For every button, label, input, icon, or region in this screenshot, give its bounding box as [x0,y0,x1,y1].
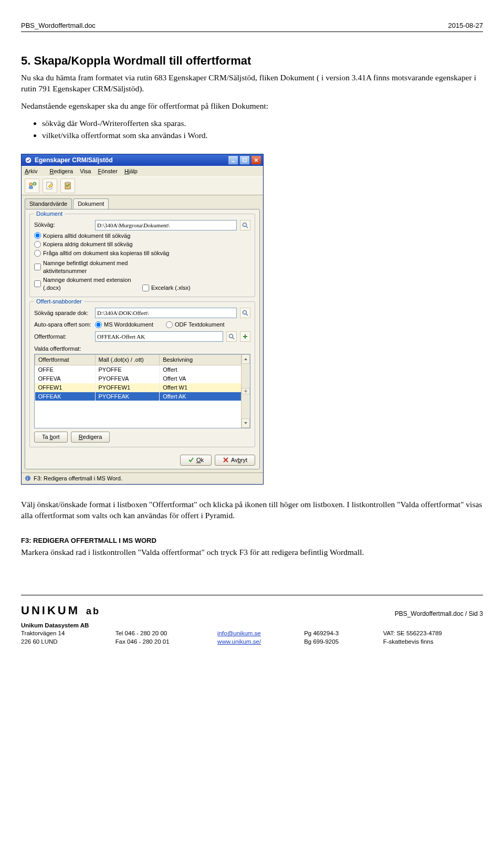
scrollbar[interactable] [241,354,250,428]
button-ok[interactable]: Ok [180,455,212,466]
th-offertformat[interactable]: Offertformat [35,355,96,365]
th-beskrivning[interactable]: Beskrivning [160,355,250,365]
footer-fax: Fax 046 - 280 20 01 [116,638,215,646]
svg-point-10 [243,223,247,226]
footer-addr2: 226 60 LUND [21,638,113,646]
footer-company: Unikum Datasystem AB [21,622,113,630]
button-ta-bort[interactable]: Ta bort [34,432,68,443]
footer-web[interactable]: www.unikum.se/ [217,638,261,645]
statusbar: i F3: Redigera offertmall i MS Word. [22,473,263,484]
check-extension-docx[interactable]: Namnge dokument med extension (.docx) [34,276,142,292]
app-icon [25,156,32,164]
svg-rect-1 [232,161,235,162]
input-sparade[interactable] [95,308,237,318]
cancel-icon [223,457,229,463]
svg-point-13 [25,476,30,481]
page-header: PBS_Wordoffertmall.doc 2015-08-27 [21,21,483,32]
lbl-autospara: Auto-spara offert som: [34,321,92,329]
footer-tel: Tel 046 - 280 20 00 [116,629,215,638]
input-sokvag[interactable] [95,220,237,230]
menu-arkiv[interactable]: Arkiv [25,168,43,174]
toolbar-icon-edit[interactable] [43,179,57,193]
footer-addr1: Traktorvägen 14 [21,629,113,638]
footer-email[interactable]: info@unikum.se [217,630,261,636]
menu-fonster[interactable]: Fönster [98,168,118,174]
radio-fraga-alltid[interactable]: Fråga alltid om dokument ska kopieras ti… [34,249,250,257]
maximize-button[interactable] [239,155,250,165]
scroll-up-icon [242,354,250,364]
dialog-window: Egenskaper CRM/Säljstöd Arkiv Redigera V… [21,154,264,485]
logo-ab: ab [86,606,100,616]
th-mall[interactable]: Mall (.dot(x) / .ott) [95,355,160,365]
radio-kopiera-aldrig[interactable]: Kopiera aldrig dokument till sökväg [34,240,250,248]
svg-point-12 [229,334,233,338]
search-icon-2[interactable] [240,308,250,318]
svg-rect-4 [29,186,33,189]
button-avbryt[interactable]: Avbryt [215,455,255,466]
section-p2: Nedanstående egenskaper ska du ange för … [21,101,483,112]
table-row: OFFEVAPYOFFEVAOffert VA [35,374,250,383]
bullet-1: sökväg där Word-/Writerofferten ska spar… [42,118,483,129]
close-button[interactable] [251,155,261,165]
legend-offert: Offert-snabborder [34,298,84,306]
lbl-sparade: Sökväg sparade dok: [34,309,92,317]
tabs-row: Standardvärde Dokument [22,195,263,209]
search-icon[interactable] [240,220,250,230]
scroll-h-icon [242,388,250,394]
logo: UNIKUM [21,604,80,617]
lbl-sokvag: Sökväg: [34,221,92,229]
header-date: 2015-08-27 [448,21,484,30]
table-row-selected: OFFEAKPYOFFEAKOffert AK [35,392,250,401]
info-icon: i [25,475,31,481]
footer-pg: Pg 469294-3 [304,629,381,638]
footer-bg: Bg 699-9205 [304,638,381,646]
input-offertformat[interactable] [95,331,223,342]
lbl-offertformat: Offertformat: [34,333,92,341]
footer-doc-sid: PBS_Wordoffertmall.doc / Sid 3 [395,610,483,618]
header-doc: PBS_Wordoffertmall.doc [21,21,96,30]
radio-odf[interactable]: ODF Textdokument [166,321,225,329]
add-icon[interactable] [240,331,250,342]
legend-dokument: Dokument [34,210,65,218]
footer-separator [21,595,483,595]
titlebar[interactable]: Egenskaper CRM/Säljstöd [22,154,263,166]
menu-redigera[interactable]: Redigera [50,168,74,174]
dialog-title: Egenskaper CRM/Säljstöd [35,156,113,164]
minimize-button[interactable] [228,155,238,165]
tab-dokument[interactable]: Dokument [73,198,109,209]
after-p1: Välj önskat/önskade format i listboxen "… [21,499,483,521]
bullet-list: sökväg där Word-/Writerofferten ska spar… [42,118,483,141]
section-p1: Nu ska du hämta fram formatet via rutin … [21,72,483,95]
check-icon [188,457,194,463]
toolbar: + [22,176,263,195]
radio-ms-word[interactable]: MS Worddokument [95,321,153,329]
sub-heading: F3: REDIGERA OFFERTMALL I MS WORD [21,536,483,545]
menubar[interactable]: Arkiv Redigera Visa Fönster Hjälp [22,166,263,176]
toolbar-icon-clipboard[interactable] [60,179,75,193]
svg-text:+: + [34,182,36,186]
section-title: 5. Skapa/Koppla Wordmall till offertform… [21,53,483,69]
table-row: OFFEPYOFFEOffert [35,365,250,374]
button-redigera[interactable]: Redigera [71,432,110,443]
menu-hjalp[interactable]: Hjälp [124,168,138,174]
check-aktivitetsnummer[interactable]: Namnge befintligt dokument med aktivitet… [34,259,142,275]
menu-visa[interactable]: Visa [80,168,91,174]
status-text: F3: Redigera offertmall i MS Word. [34,475,122,482]
svg-point-3 [29,183,33,186]
fieldset-offert-snabborder: Offert-snabborder Sökväg sparade dok: Au… [29,301,255,447]
svg-text:i: i [27,476,28,481]
footer-address-block: Unikum Datasystem AB Traktorvägen 14 Tel… [21,622,483,646]
tab-standardvarde[interactable]: Standardvärde [25,198,72,209]
fieldset-dokument: Dokument Sökväg: Kopiera alltid dokument… [29,214,255,298]
svg-rect-2 [243,159,246,162]
footer-vat: VAT: SE 556223-4789 [383,629,483,638]
lbl-valda: Valda offertformat: [34,345,250,353]
listview-valda-offertformat[interactable]: Offertformat Mall (.dot(x) / .ott) Beskr… [34,354,250,428]
search-icon-3[interactable] [226,331,237,342]
svg-rect-9 [66,182,69,183]
toolbar-icon-user[interactable]: + [25,179,39,193]
footer-fsk: F-skattebevis finns [383,638,483,646]
check-excelark[interactable]: Excelark (.xlsx) [142,284,191,292]
scroll-down-icon [242,418,250,428]
radio-kopiera-alltid[interactable]: Kopiera alltid dokument till sökväg [34,232,250,240]
